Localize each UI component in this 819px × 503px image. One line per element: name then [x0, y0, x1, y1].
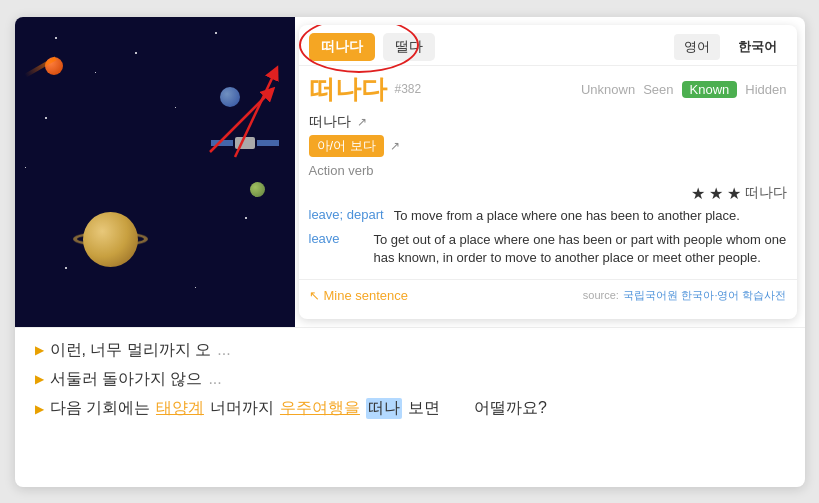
- bottom-section: ▶ 이런, 너무 멀리까지 오... ▶ 서둘러 돌아가지 않으... ▶ 다음…: [15, 327, 805, 429]
- mine-sentence-label: Mine sentence: [324, 288, 409, 303]
- source-label: source:: [583, 289, 619, 301]
- sat-body: [235, 137, 255, 149]
- popup-header: 떠나다 떨다 영어 한국어: [299, 25, 797, 66]
- star: [175, 107, 176, 108]
- pos-label: Action verb: [299, 159, 797, 180]
- sentence-part-3: 보면: [408, 398, 440, 419]
- star-3: ★: [727, 184, 741, 203]
- def-row-1: leave; depart To move from a place where…: [309, 207, 787, 225]
- def-row-2: leave To get out of a place where one ha…: [309, 231, 787, 267]
- word-tab-ttelda[interactable]: 떨다: [383, 33, 435, 61]
- mine-sentence-arrow: ↖: [309, 288, 320, 303]
- highlighted-word-1: 태양계: [156, 398, 204, 419]
- sentence-row-2: ▶ 서둘러 돌아가지 않으...: [35, 369, 785, 390]
- word-main: 떠나다: [309, 72, 387, 107]
- highlighted-blue-word: 떠나: [366, 398, 402, 419]
- def-text-1: To move from a place where one has been …: [394, 207, 787, 225]
- conjugate-row: 아/어 보다 ↗: [299, 133, 797, 159]
- def-term-1: leave; depart: [309, 207, 384, 225]
- word-number: #382: [395, 82, 422, 96]
- star-1: ★: [691, 184, 705, 203]
- conjugate-btn[interactable]: 아/어 보다: [309, 135, 384, 157]
- word-tab-tteunada[interactable]: 떠나다: [309, 33, 375, 61]
- expand-subword-icon[interactable]: ↗: [357, 115, 367, 129]
- definitions: leave; depart To move from a place where…: [299, 205, 797, 276]
- star-2: ★: [709, 184, 723, 203]
- saturn-body: [83, 212, 138, 267]
- sentence-ellipsis-2: ...: [208, 370, 221, 388]
- sentence-text-2: 서둘러 돌아가지 않으: [50, 369, 203, 390]
- sentence-row-3: ▶ 다음 기회에는 태양계 너머까지 우주여행을 떠나 보면 어떨까요?: [35, 398, 785, 419]
- status-seen[interactable]: Seen: [643, 82, 673, 97]
- stars-row: ★ ★ ★ 떠나다: [299, 180, 797, 205]
- star: [215, 32, 217, 34]
- star: [135, 52, 137, 54]
- star: [65, 267, 67, 269]
- source-link[interactable]: 국립국어원 한국아·영어 학습사전: [623, 288, 786, 303]
- lang-korean-btn[interactable]: 한국어: [728, 34, 787, 60]
- sat-panel-left: [211, 140, 233, 146]
- status-unknown[interactable]: Unknown: [581, 82, 635, 97]
- word-row: 떠나다 #382 Unknown Seen Known Hidden: [299, 66, 797, 109]
- sentence-part-1: 다음 기회에는: [50, 398, 150, 419]
- triangle-2: ▶: [35, 372, 44, 386]
- space-scene: [15, 17, 295, 327]
- sentence-suffix: 어떨까요?: [452, 398, 547, 419]
- small-planet: [220, 87, 240, 107]
- sentence-part-2: 너머까지: [210, 398, 274, 419]
- expand-conjugate-icon[interactable]: ↗: [390, 139, 400, 153]
- status-known[interactable]: Known: [682, 81, 738, 98]
- sub-word-row: 떠나다 ↗: [299, 109, 797, 133]
- highlighted-word-2: 우주여행을: [280, 398, 360, 419]
- star: [45, 117, 47, 119]
- sentence-row-1: ▶ 이런, 너무 멀리까지 오...: [35, 340, 785, 361]
- top-section: 떠나다 떨다 영어 한국어 떠나다 #382 Unknown Seen Know…: [15, 17, 805, 327]
- star: [25, 167, 26, 168]
- image-panel: [15, 17, 295, 327]
- sentence-ellipsis-1: ...: [217, 341, 230, 359]
- saturn: [75, 212, 145, 267]
- sub-word: 떠나다: [309, 113, 351, 131]
- star: [55, 37, 57, 39]
- word-repeat: 떠나다: [745, 184, 787, 202]
- status-hidden[interactable]: Hidden: [745, 82, 786, 97]
- star: [95, 72, 96, 73]
- sat-panel-right: [257, 140, 279, 146]
- star: [245, 217, 247, 219]
- star: [195, 287, 196, 288]
- main-container: 떠나다 떨다 영어 한국어 떠나다 #382 Unknown Seen Know…: [15, 17, 805, 487]
- small-planet-2: [250, 182, 265, 197]
- def-text-2: To get out of a place where one has been…: [374, 231, 787, 267]
- footer-row: ↖ Mine sentence source: 국립국어원 한국아·영어 학습사…: [299, 279, 797, 310]
- triangle-1: ▶: [35, 343, 44, 357]
- sentence-text-1: 이런, 너무 멀리까지 오: [50, 340, 212, 361]
- mine-sentence-btn[interactable]: ↖ Mine sentence: [309, 288, 409, 303]
- triangle-3: ▶: [35, 402, 44, 416]
- lang-english-btn[interactable]: 영어: [674, 34, 720, 60]
- popup-panel: 떠나다 떨다 영어 한국어 떠나다 #382 Unknown Seen Know…: [299, 25, 797, 319]
- def-term-2: leave: [309, 231, 364, 267]
- satellite: [235, 137, 255, 149]
